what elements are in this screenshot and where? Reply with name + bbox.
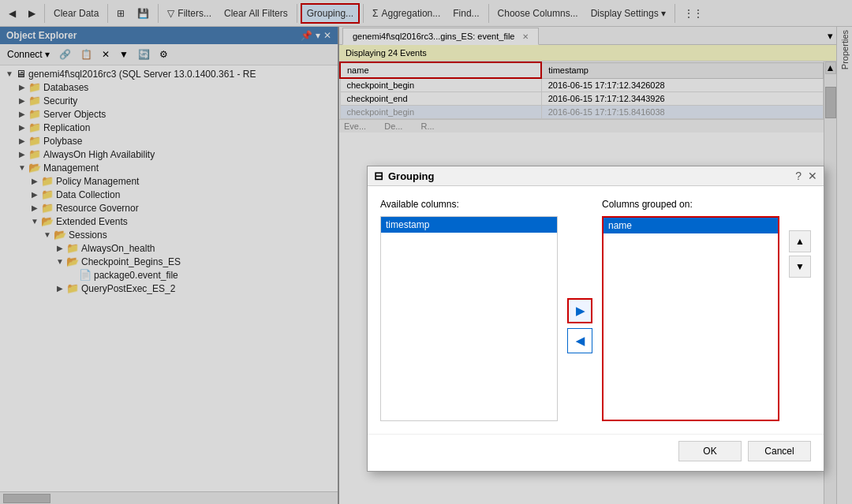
dialog-icon: ⊟ (374, 170, 383, 182)
available-columns-title: Available columns: (380, 199, 558, 210)
available-columns-col: Available columns: timestamp (380, 199, 558, 421)
move-down-button[interactable]: ▼ (789, 256, 811, 278)
cancel-button[interactable]: Cancel (748, 441, 811, 461)
dialog-footer: OK Cancel (368, 434, 824, 471)
available-columns-listbox[interactable]: timestamp (380, 216, 558, 421)
dialog-title-bar: ⊟ Grouping ? ✕ (368, 166, 824, 186)
grouped-on-listbox[interactable]: name (602, 216, 779, 421)
grouped-on-col: Columns grouped on: name (602, 199, 779, 421)
dialog-title: Grouping (388, 170, 435, 182)
up-down-col: ▲ ▼ (789, 199, 811, 421)
dialog-help-button[interactable]: ? (795, 170, 802, 182)
grouped-on-title: Columns grouped on: (602, 199, 779, 210)
move-up-button[interactable]: ▲ (789, 230, 811, 252)
dialog-close-button[interactable]: ✕ (808, 170, 817, 182)
dialog-controls: ? ✕ (795, 170, 817, 182)
dialog-title-left: ⊟ Grouping (374, 170, 435, 182)
move-right-button[interactable]: ▶ (567, 298, 592, 323)
available-item-timestamp[interactable]: timestamp (381, 217, 557, 233)
arrow-buttons-col: ▶ ◀ (567, 199, 592, 421)
grouped-item-name[interactable]: name (604, 218, 778, 233)
grouping-dialog: ⊟ Grouping ? ✕ Available columns: timest… (367, 166, 824, 472)
move-left-button[interactable]: ◀ (567, 328, 592, 353)
dialog-body: Available columns: timestamp ▶ ◀ Columns… (368, 186, 824, 434)
ok-button[interactable]: OK (678, 441, 742, 461)
